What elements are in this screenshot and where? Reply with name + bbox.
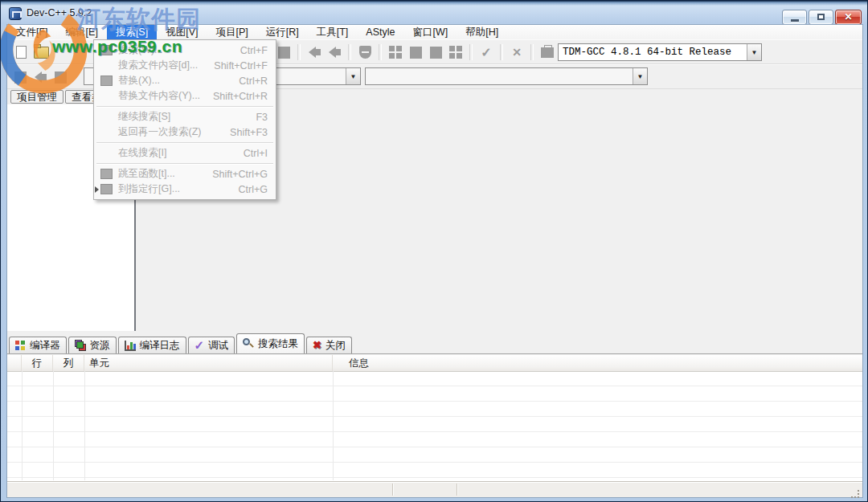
minimize-button[interactable]	[782, 10, 807, 25]
column-header-stub	[7, 355, 22, 371]
toolbar-separator	[379, 44, 382, 60]
menu-item-find-in-files[interactable]: 搜索文件内容[d]... Shift+Ctrl+F	[94, 58, 276, 73]
menu-project[interactable]: 项目[P]	[207, 25, 256, 39]
title-bar[interactable]: Dev-C++ 5.9.2 ✕	[1, 1, 867, 25]
menu-window[interactable]: 窗口[W]	[404, 25, 457, 39]
search-results-magnifier-icon	[243, 338, 254, 349]
compile-run-icon	[430, 47, 442, 59]
shield-icon	[359, 46, 371, 59]
tab-compiler[interactable]: 编译器	[9, 337, 67, 353]
compiler-select-combo[interactable]: TDM-GCC 4.8.1 64-bit Release ▼	[558, 43, 762, 61]
open-folder-icon	[34, 47, 49, 59]
redo-icon	[329, 47, 341, 58]
class-browser-combo[interactable]: ▼	[365, 67, 648, 85]
redo-button[interactable]	[326, 43, 343, 61]
check-icon: ✓	[481, 45, 491, 60]
menu-item-replace-in-files[interactable]: 替换文件内容(Y)... Shift+Ctrl+R	[94, 88, 276, 104]
minimize-icon	[791, 19, 799, 22]
abort-x-icon: ✕	[512, 46, 522, 59]
toolbar-separator	[530, 44, 534, 60]
window-controls: ✕	[782, 10, 862, 25]
profile-icon	[541, 47, 554, 58]
menu-item-online-search[interactable]: 在线搜索[I] Ctrl+I	[94, 145, 276, 161]
column-header-col[interactable]: 列	[53, 355, 84, 371]
menu-view[interactable]: 视图[V]	[157, 25, 207, 39]
stop-button[interactable]	[51, 68, 69, 86]
rebuild-all-button[interactable]	[447, 43, 465, 61]
abort-button[interactable]: ✕	[508, 43, 526, 61]
window-title: Dev-C++ 5.9.2	[27, 7, 92, 18]
status-separator	[392, 484, 394, 496]
column-header-info[interactable]: 信息	[333, 355, 862, 371]
tab-debug[interactable]: ✓ 调试	[188, 337, 235, 353]
toolbar-separator	[500, 44, 503, 60]
status-bar	[7, 481, 862, 497]
devcpp-window: Dev-C++ 5.9.2 ✕ 文件[F] 编辑[E] 搜索[S] 视图[V] …	[0, 0, 868, 502]
stop-icon	[55, 71, 67, 84]
profile-button[interactable]	[538, 43, 556, 61]
replace-icon	[100, 76, 113, 86]
menu-tools[interactable]: 工具[T]	[308, 25, 358, 39]
menu-item-replace[interactable]: 替换(X)... Ctrl+R	[94, 73, 276, 88]
tab-compile-log[interactable]: 编译日志	[118, 337, 186, 353]
search-menu-popup: 搜索(W)... Ctrl+F 搜索文件内容[d]... Shift+Ctrl+…	[93, 39, 276, 200]
menu-item-goto-function[interactable]: 跳至函数[t]... Shift+Ctrl+G	[94, 166, 276, 182]
open-file-button[interactable]	[32, 43, 50, 61]
new-file-icon	[16, 46, 27, 59]
toolbar-separator	[297, 44, 301, 60]
menu-help[interactable]: 帮助[H]	[457, 25, 507, 39]
menu-run[interactable]: 运行[R]	[257, 25, 308, 39]
resources-icon	[75, 340, 86, 351]
menu-astyle[interactable]: AStyle	[357, 25, 403, 39]
results-table-body[interactable]	[7, 371, 862, 480]
find-icon	[100, 45, 113, 55]
bottom-panel-tabs: 编译器 资源 编译日志 ✓ 调试 搜索结果 ✖ 关闭	[7, 334, 862, 354]
tab-resources[interactable]: 资源	[68, 337, 117, 353]
tab-search-results[interactable]: 搜索结果	[236, 333, 305, 353]
run-button[interactable]	[407, 43, 424, 61]
rebuild-all-icon	[449, 46, 462, 59]
resize-grip[interactable]	[850, 485, 859, 495]
back-button[interactable]	[11, 68, 29, 86]
toolbar-separator	[469, 44, 473, 60]
menu-file[interactable]: 文件[F]	[7, 25, 57, 39]
status-separator	[457, 484, 458, 496]
compile-run-button[interactable]	[427, 43, 444, 61]
results-table-header: 行 列 单元 信息	[7, 355, 862, 372]
compile-log-chart-icon	[125, 341, 136, 351]
close-file-button[interactable]	[275, 43, 293, 61]
tab-close[interactable]: ✖ 关闭	[306, 337, 352, 353]
tab-project-manager[interactable]: 项目管理	[10, 90, 63, 104]
menu-edit[interactable]: 编辑[E]	[57, 25, 107, 39]
menu-search[interactable]: 搜索[S]	[107, 25, 157, 39]
undo-button[interactable]	[305, 43, 323, 61]
search-results-table: 行 列 单元 信息	[7, 355, 862, 481]
submenu-arrow-icon	[95, 186, 99, 193]
close-x-icon: ✖	[313, 341, 321, 349]
menu-item-goto-line[interactable]: 到指定行[G]... Ctrl+G	[94, 182, 276, 197]
debug-shield-button[interactable]	[356, 43, 374, 61]
menu-item-search-again[interactable]: 继续搜索[S] F3	[94, 109, 276, 124]
compiler-squares-icon	[15, 341, 26, 351]
close-icon: ✕	[836, 11, 861, 22]
debug-check-icon: ✓	[194, 341, 205, 349]
menu-bar: 文件[F] 编辑[E] 搜索[S] 视图[V] 项目[P] 运行[R] 工具[T…	[7, 25, 862, 39]
column-header-line[interactable]: 行	[22, 355, 53, 371]
maximize-button[interactable]	[809, 10, 833, 25]
run-icon	[410, 47, 422, 59]
undo-icon	[309, 47, 321, 58]
new-file-button[interactable]	[12, 43, 30, 61]
close-button[interactable]: ✕	[835, 10, 862, 25]
forward-button[interactable]	[31, 68, 49, 86]
menu-separator	[94, 140, 276, 145]
column-header-unit[interactable]: 单元	[84, 355, 333, 371]
back-icon	[14, 71, 27, 84]
menu-separator	[94, 104, 276, 109]
syntax-check-button[interactable]: ✓	[477, 43, 495, 61]
compiler-select-value: TDM-GCC 4.8.1 64-bit Release	[559, 47, 747, 58]
menu-item-search-again-backwards[interactable]: 返回再一次搜索(Z) Shift+F3	[94, 124, 276, 140]
menu-item-find[interactable]: 搜索(W)... Ctrl+F	[94, 43, 276, 58]
window-body: 文件[F] 编辑[E] 搜索[S] 视图[V] 项目[P] 运行[R] 工具[T…	[7, 25, 862, 497]
compile-button[interactable]	[387, 43, 404, 61]
goto-line-icon	[100, 184, 113, 194]
